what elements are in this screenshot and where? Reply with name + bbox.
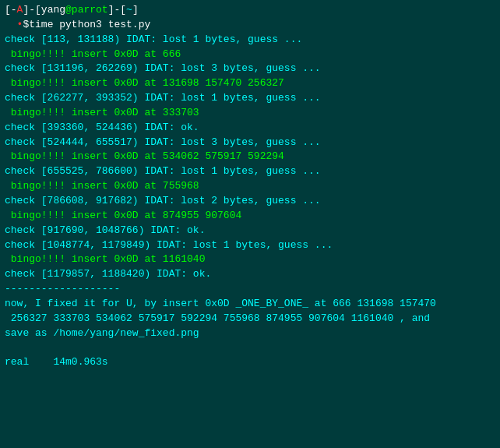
prompt-host: parrot [72,4,108,16]
bracket-close: ] [132,4,139,16]
prompt-line: [-A]-[yang@parrot]-[~] [5,3,495,18]
bracket-mid2: ]-[ [108,4,126,16]
prompt-user: yang [41,4,65,16]
output-line-12: check [786608, 917682) IDAT: lost 2 byte… [5,194,495,209]
output-line-5: check [262277, 393352) IDAT: lost 1 byte… [5,91,495,106]
output-line-11: bingo!!!! insert 0x0D at 755968 [5,179,495,194]
now-line: now, I fixed it for U, by insert 0x0D _O… [5,297,495,312]
bracket-open: [- [5,4,17,16]
output-line-10: check [655525, 786600) IDAT: lost 1 byte… [5,164,495,179]
output-line-1: check [113, 131188) IDAT: lost 1 bytes, … [5,33,495,48]
real-line: real 14m0.963s [5,355,495,370]
bracket-mid1: ]-[ [23,4,40,16]
output-line-13: bingo!!!! insert 0x0D at 874955 907604 [5,209,495,224]
output-line-16: bingo!!!! insert 0x0D at 1161040 [5,252,495,267]
output-line-4: bingo!!!! insert 0x0D at 131698 157470 2… [5,76,495,91]
blank-line [5,340,495,355]
terminal-window: [-A]-[yang@parrot]-[~] •$time python3 te… [0,0,500,448]
output-line-17: check [1179857, 1188420) IDAT: ok. [5,267,495,282]
prompt-path: ~ [126,4,132,16]
output-line-7: check [393360, 524436) IDAT: ok. [5,121,495,136]
cont-line: 256327 333703 534062 575917 592294 75596… [5,312,495,326]
output-line-15: check [1048774, 1179849) IDAT: lost 1 by… [5,238,495,253]
separator-line: ------------------- [5,282,495,297]
output-line-9: bingo!!!! insert 0x0D at 534062 575917 5… [5,150,495,164]
output-line-2: bingo!!!! insert 0x0D at 666 [5,48,495,62]
prompt-at: @ [65,4,72,16]
save-line: save as /home/yang/new_fixed.png [5,326,495,341]
output-line-6: bingo!!!! insert 0x0D at 333703 [5,106,495,121]
output-line-3: check [131196, 262269) IDAT: lost 3 byte… [5,62,495,76]
cmd-text: $time python3 test.py [23,19,150,30]
output-line-14: check [917690, 1048766) IDAT: ok. [5,224,495,238]
output-line-8: check [524444, 655517) IDAT: lost 3 byte… [5,136,495,150]
command-line: •$time python3 test.py [5,18,495,33]
